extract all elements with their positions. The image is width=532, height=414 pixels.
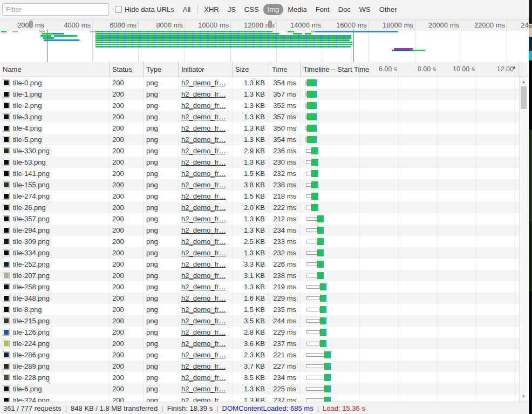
initiator-link[interactable]: h2_demo_fr… (181, 203, 226, 212)
initiator-link[interactable]: h2_demo_fr… (181, 328, 226, 336)
filter-all[interactable]: All (179, 4, 195, 15)
initiator-link[interactable]: h2_demo_fr… (181, 260, 226, 268)
timeline-overview[interactable]: 2000 ms4000 ms6000 ms8000 ms10000 ms1200… (0, 19, 529, 62)
initiator-link[interactable]: h2_demo_fr… (181, 135, 226, 144)
waterfall-content-bar[interactable] (311, 170, 317, 177)
filter-js[interactable]: JS (223, 4, 240, 15)
table-row[interactable]: tile-286.png200pngh2_demo_fr…2.3 KB221 m… (0, 349, 519, 361)
column-header-type[interactable]: Type (144, 62, 179, 77)
table-row[interactable]: tile-258.png200pngh2_demo_fr…1.3 KB219 m… (0, 281, 519, 293)
waterfall-content-bar[interactable] (324, 374, 329, 381)
waterfall-content-bar[interactable] (317, 238, 322, 245)
initiator-link[interactable]: h2_demo_fr… (181, 362, 226, 370)
waterfall-content-bar[interactable] (311, 147, 317, 154)
filter-doc[interactable]: Doc (334, 4, 355, 15)
waterfall-content-bar[interactable] (311, 193, 317, 200)
filter-ws[interactable]: WS (355, 4, 375, 15)
table-row[interactable]: tile-1.png200pngh2_demo_fr…1.3 KB357 ms (0, 89, 519, 100)
waterfall-content-bar[interactable] (307, 102, 315, 109)
filter-xhr[interactable]: XHR (200, 4, 223, 15)
filter-font[interactable]: Font (311, 4, 334, 15)
initiator-link[interactable]: h2_demo_fr… (181, 396, 226, 402)
initiator-link[interactable]: h2_demo_fr… (181, 215, 226, 223)
table-row[interactable]: tile-224.png200pngh2_demo_fr…3.6 KB237 m… (0, 338, 519, 349)
table-row[interactable]: tile-207.png200pngh2_demo_fr…3.1 KB238 m… (0, 270, 519, 281)
table-row[interactable]: tile-4.png200pngh2_demo_fr…1.3 KB350 ms (0, 123, 519, 134)
initiator-link[interactable]: h2_demo_fr… (181, 101, 226, 110)
table-row[interactable]: tile-274.png200pngh2_demo_fr…1.5 KB218 m… (0, 191, 519, 202)
waterfall-content-bar[interactable] (311, 204, 317, 211)
initiator-link[interactable]: h2_demo_fr… (181, 249, 226, 257)
initiator-link[interactable]: h2_demo_fr… (181, 169, 226, 178)
initiator-link[interactable]: h2_demo_fr… (181, 237, 226, 246)
table-row[interactable]: tile-348.png200pngh2_demo_fr…1.6 KB229 m… (0, 293, 519, 304)
table-row[interactable]: tile-2.png200pngh2_demo_fr…1.3 KB352 ms (0, 100, 519, 111)
waterfall-content-bar[interactable] (320, 317, 325, 324)
sort-ascending-icon[interactable]: ▲ (512, 65, 516, 70)
table-row[interactable]: tile-0.png200pngh2_demo_fr…1.3 KB354 ms (0, 77, 519, 89)
filter-input[interactable] (2, 3, 109, 16)
waterfall-content-bar[interactable] (307, 136, 315, 143)
initiator-link[interactable]: h2_demo_fr… (181, 90, 226, 98)
initiator-link[interactable]: h2_demo_fr… (181, 192, 226, 200)
initiator-link[interactable]: h2_demo_fr… (181, 374, 226, 382)
waterfall-content-bar[interactable] (317, 215, 322, 222)
waterfall-content-bar[interactable] (307, 91, 315, 98)
waterfall-content-bar[interactable] (307, 113, 315, 120)
initiator-link[interactable]: h2_demo_fr… (181, 158, 226, 166)
filter-other[interactable]: Other (375, 4, 401, 15)
waterfall-content-bar[interactable] (307, 79, 315, 86)
initiator-link[interactable]: h2_demo_fr… (181, 79, 226, 87)
table-row[interactable]: tile-324.png200pngh2_demo_fr…1.3 KB237 m… (0, 395, 519, 402)
table-row[interactable]: tile-26.png200pngh2_demo_fr…2.0 KB222 ms (0, 202, 519, 213)
waterfall-content-bar[interactable] (320, 283, 325, 290)
column-header-initiator[interactable]: Initiator (179, 62, 233, 77)
table-row[interactable]: tile-215.png200pngh2_demo_fr…3.5 KB244 m… (0, 315, 519, 327)
waterfall-content-bar[interactable] (320, 306, 325, 313)
table-row[interactable]: tile-228.png200pngh2_demo_fr…3.5 KB234 m… (0, 372, 519, 383)
waterfall-content-bar[interactable] (320, 295, 325, 302)
waterfall-content-bar[interactable] (317, 261, 322, 268)
table-row[interactable]: tile-334.png200pngh2_demo_fr…1.3 KB232 m… (0, 247, 519, 259)
initiator-link[interactable]: h2_demo_fr… (181, 181, 226, 189)
initiator-link[interactable]: h2_demo_fr… (181, 317, 226, 325)
filter-img[interactable]: Img (263, 4, 284, 15)
waterfall-content-bar[interactable] (317, 227, 322, 234)
waterfall-content-bar[interactable] (320, 329, 325, 336)
table-row[interactable]: tile-309.png200pngh2_demo_fr…2.5 KB233 m… (0, 236, 519, 247)
hide-data-urls-checkbox[interactable] (115, 6, 122, 13)
table-row[interactable]: tile-5.png200pngh2_demo_fr…1.3 KB354 ms (0, 134, 519, 145)
initiator-link[interactable]: h2_demo_fr… (181, 124, 226, 132)
column-header-status[interactable]: Status (110, 62, 144, 77)
initiator-link[interactable]: h2_demo_fr… (181, 283, 226, 291)
initiator-link[interactable]: h2_demo_fr… (181, 306, 226, 314)
table-row[interactable]: tile-155.png200pngh2_demo_fr…3.8 KB238 m… (0, 179, 519, 191)
waterfall-content-bar[interactable] (311, 181, 317, 188)
initiator-link[interactable]: h2_demo_fr… (181, 147, 226, 155)
initiator-link[interactable]: h2_demo_fr… (181, 226, 226, 234)
table-row[interactable]: tile-8.png200pngh2_demo_fr…1.5 KB235 ms (0, 304, 519, 315)
waterfall-content-bar[interactable] (324, 397, 329, 402)
waterfall-content-bar[interactable] (324, 363, 329, 370)
overview-window-handle[interactable] (268, 21, 272, 28)
waterfall-content-bar[interactable] (317, 249, 322, 256)
initiator-link[interactable]: h2_demo_fr… (181, 351, 226, 359)
column-header-time[interactable]: Time (269, 62, 301, 77)
scrollbar-up-arrow[interactable]: ▲ (520, 78, 528, 86)
waterfall-content-bar[interactable] (307, 125, 315, 132)
table-row[interactable]: tile-252.png200pngh2_demo_fr…3.3 KB226 m… (0, 259, 519, 270)
table-row[interactable]: tile-141.png200pngh2_demo_fr…1.5 KB232 m… (0, 168, 519, 179)
initiator-link[interactable]: h2_demo_fr… (181, 294, 226, 302)
scrollbar-down-arrow[interactable]: ▼ (520, 393, 528, 401)
table-row[interactable]: tile-3.png200pngh2_demo_fr…1.3 KB357 ms (0, 111, 519, 123)
column-header-size[interactable]: Size (233, 62, 269, 77)
initiator-link[interactable]: h2_demo_fr… (181, 385, 226, 393)
table-row[interactable]: tile-357.png200pngh2_demo_fr…1.3 KB212 m… (0, 213, 519, 225)
filter-css[interactable]: CSS (240, 4, 263, 15)
overview-window-handle[interactable] (29, 21, 33, 28)
waterfall-content-bar[interactable] (320, 340, 325, 347)
table-row[interactable]: tile-126.png200pngh2_demo_fr…2.8 KB229 m… (0, 327, 519, 338)
filter-media[interactable]: Media (283, 4, 311, 15)
table-row[interactable]: tile-294.png200pngh2_demo_fr…1.3 KB234 m… (0, 225, 519, 236)
table-row[interactable]: tile-6.png200pngh2_demo_fr…1.3 KB225 ms (0, 383, 519, 395)
